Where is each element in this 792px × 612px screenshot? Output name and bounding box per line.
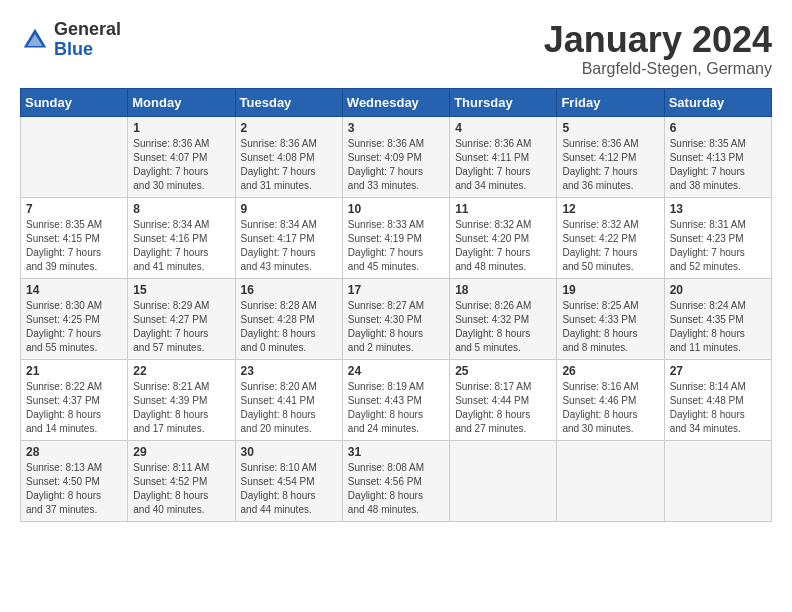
day-info: Sunrise: 8:25 AMSunset: 4:33 PMDaylight:…: [562, 299, 658, 355]
weekday-header: Saturday: [664, 88, 771, 116]
calendar-week-row: 28Sunrise: 8:13 AMSunset: 4:50 PMDayligh…: [21, 440, 772, 521]
logo-icon: [20, 25, 50, 55]
day-number: 4: [455, 121, 551, 135]
calendar-cell: [557, 440, 664, 521]
header-row: SundayMondayTuesdayWednesdayThursdayFrid…: [21, 88, 772, 116]
logo-text: General Blue: [54, 20, 121, 60]
day-info: Sunrise: 8:34 AMSunset: 4:17 PMDaylight:…: [241, 218, 337, 274]
day-number: 8: [133, 202, 229, 216]
day-info: Sunrise: 8:35 AMSunset: 4:15 PMDaylight:…: [26, 218, 122, 274]
weekday-header: Thursday: [450, 88, 557, 116]
day-number: 21: [26, 364, 122, 378]
weekday-header: Wednesday: [342, 88, 449, 116]
day-info: Sunrise: 8:36 AMSunset: 4:09 PMDaylight:…: [348, 137, 444, 193]
calendar-cell: 13Sunrise: 8:31 AMSunset: 4:23 PMDayligh…: [664, 197, 771, 278]
day-number: 27: [670, 364, 766, 378]
day-number: 10: [348, 202, 444, 216]
day-info: Sunrise: 8:11 AMSunset: 4:52 PMDaylight:…: [133, 461, 229, 517]
day-number: 31: [348, 445, 444, 459]
calendar-cell: 29Sunrise: 8:11 AMSunset: 4:52 PMDayligh…: [128, 440, 235, 521]
day-number: 7: [26, 202, 122, 216]
calendar-cell: 26Sunrise: 8:16 AMSunset: 4:46 PMDayligh…: [557, 359, 664, 440]
day-info: Sunrise: 8:33 AMSunset: 4:19 PMDaylight:…: [348, 218, 444, 274]
calendar-week-row: 14Sunrise: 8:30 AMSunset: 4:25 PMDayligh…: [21, 278, 772, 359]
day-number: 5: [562, 121, 658, 135]
day-number: 17: [348, 283, 444, 297]
day-info: Sunrise: 8:10 AMSunset: 4:54 PMDaylight:…: [241, 461, 337, 517]
day-number: 30: [241, 445, 337, 459]
day-info: Sunrise: 8:08 AMSunset: 4:56 PMDaylight:…: [348, 461, 444, 517]
day-info: Sunrise: 8:28 AMSunset: 4:28 PMDaylight:…: [241, 299, 337, 355]
calendar-cell: 15Sunrise: 8:29 AMSunset: 4:27 PMDayligh…: [128, 278, 235, 359]
title-block: January 2024 Bargfeld-Stegen, Germany: [544, 20, 772, 78]
calendar-cell: 20Sunrise: 8:24 AMSunset: 4:35 PMDayligh…: [664, 278, 771, 359]
calendar-cell: 19Sunrise: 8:25 AMSunset: 4:33 PMDayligh…: [557, 278, 664, 359]
weekday-header: Monday: [128, 88, 235, 116]
day-number: 14: [26, 283, 122, 297]
calendar-cell: [664, 440, 771, 521]
day-number: 6: [670, 121, 766, 135]
day-number: 12: [562, 202, 658, 216]
day-number: 9: [241, 202, 337, 216]
day-info: Sunrise: 8:14 AMSunset: 4:48 PMDaylight:…: [670, 380, 766, 436]
calendar-cell: 4Sunrise: 8:36 AMSunset: 4:11 PMDaylight…: [450, 116, 557, 197]
calendar-cell: 6Sunrise: 8:35 AMSunset: 4:13 PMDaylight…: [664, 116, 771, 197]
weekday-header: Sunday: [21, 88, 128, 116]
calendar-cell: 12Sunrise: 8:32 AMSunset: 4:22 PMDayligh…: [557, 197, 664, 278]
calendar-cell: 3Sunrise: 8:36 AMSunset: 4:09 PMDaylight…: [342, 116, 449, 197]
day-info: Sunrise: 8:32 AMSunset: 4:20 PMDaylight:…: [455, 218, 551, 274]
day-number: 11: [455, 202, 551, 216]
calendar-cell: 16Sunrise: 8:28 AMSunset: 4:28 PMDayligh…: [235, 278, 342, 359]
calendar-cell: 14Sunrise: 8:30 AMSunset: 4:25 PMDayligh…: [21, 278, 128, 359]
calendar-cell: 27Sunrise: 8:14 AMSunset: 4:48 PMDayligh…: [664, 359, 771, 440]
day-number: 20: [670, 283, 766, 297]
day-info: Sunrise: 8:35 AMSunset: 4:13 PMDaylight:…: [670, 137, 766, 193]
calendar-cell: 1Sunrise: 8:36 AMSunset: 4:07 PMDaylight…: [128, 116, 235, 197]
day-info: Sunrise: 8:16 AMSunset: 4:46 PMDaylight:…: [562, 380, 658, 436]
calendar-cell: 21Sunrise: 8:22 AMSunset: 4:37 PMDayligh…: [21, 359, 128, 440]
day-number: 2: [241, 121, 337, 135]
calendar-cell: 9Sunrise: 8:34 AMSunset: 4:17 PMDaylight…: [235, 197, 342, 278]
calendar-cell: 8Sunrise: 8:34 AMSunset: 4:16 PMDaylight…: [128, 197, 235, 278]
day-number: 26: [562, 364, 658, 378]
calendar-cell: 28Sunrise: 8:13 AMSunset: 4:50 PMDayligh…: [21, 440, 128, 521]
calendar-cell: 17Sunrise: 8:27 AMSunset: 4:30 PMDayligh…: [342, 278, 449, 359]
day-number: 3: [348, 121, 444, 135]
day-info: Sunrise: 8:34 AMSunset: 4:16 PMDaylight:…: [133, 218, 229, 274]
day-number: 25: [455, 364, 551, 378]
day-info: Sunrise: 8:30 AMSunset: 4:25 PMDaylight:…: [26, 299, 122, 355]
day-info: Sunrise: 8:36 AMSunset: 4:08 PMDaylight:…: [241, 137, 337, 193]
day-number: 28: [26, 445, 122, 459]
day-info: Sunrise: 8:24 AMSunset: 4:35 PMDaylight:…: [670, 299, 766, 355]
calendar-cell: 2Sunrise: 8:36 AMSunset: 4:08 PMDaylight…: [235, 116, 342, 197]
day-number: 13: [670, 202, 766, 216]
day-number: 23: [241, 364, 337, 378]
day-info: Sunrise: 8:19 AMSunset: 4:43 PMDaylight:…: [348, 380, 444, 436]
calendar-cell: 18Sunrise: 8:26 AMSunset: 4:32 PMDayligh…: [450, 278, 557, 359]
day-number: 15: [133, 283, 229, 297]
day-info: Sunrise: 8:26 AMSunset: 4:32 PMDaylight:…: [455, 299, 551, 355]
calendar-cell: 5Sunrise: 8:36 AMSunset: 4:12 PMDaylight…: [557, 116, 664, 197]
calendar-table: SundayMondayTuesdayWednesdayThursdayFrid…: [20, 88, 772, 522]
calendar-cell: 30Sunrise: 8:10 AMSunset: 4:54 PMDayligh…: [235, 440, 342, 521]
month-title: January 2024: [544, 20, 772, 60]
calendar-cell: 10Sunrise: 8:33 AMSunset: 4:19 PMDayligh…: [342, 197, 449, 278]
day-number: 22: [133, 364, 229, 378]
logo-blue: Blue: [54, 40, 121, 60]
calendar-week-row: 7Sunrise: 8:35 AMSunset: 4:15 PMDaylight…: [21, 197, 772, 278]
day-info: Sunrise: 8:20 AMSunset: 4:41 PMDaylight:…: [241, 380, 337, 436]
day-info: Sunrise: 8:32 AMSunset: 4:22 PMDaylight:…: [562, 218, 658, 274]
day-info: Sunrise: 8:36 AMSunset: 4:11 PMDaylight:…: [455, 137, 551, 193]
location: Bargfeld-Stegen, Germany: [544, 60, 772, 78]
day-number: 24: [348, 364, 444, 378]
calendar-cell: 7Sunrise: 8:35 AMSunset: 4:15 PMDaylight…: [21, 197, 128, 278]
calendar-cell: [450, 440, 557, 521]
day-info: Sunrise: 8:17 AMSunset: 4:44 PMDaylight:…: [455, 380, 551, 436]
weekday-header: Friday: [557, 88, 664, 116]
day-info: Sunrise: 8:29 AMSunset: 4:27 PMDaylight:…: [133, 299, 229, 355]
weekday-header: Tuesday: [235, 88, 342, 116]
day-info: Sunrise: 8:36 AMSunset: 4:07 PMDaylight:…: [133, 137, 229, 193]
day-info: Sunrise: 8:36 AMSunset: 4:12 PMDaylight:…: [562, 137, 658, 193]
calendar-week-row: 1Sunrise: 8:36 AMSunset: 4:07 PMDaylight…: [21, 116, 772, 197]
calendar-week-row: 21Sunrise: 8:22 AMSunset: 4:37 PMDayligh…: [21, 359, 772, 440]
